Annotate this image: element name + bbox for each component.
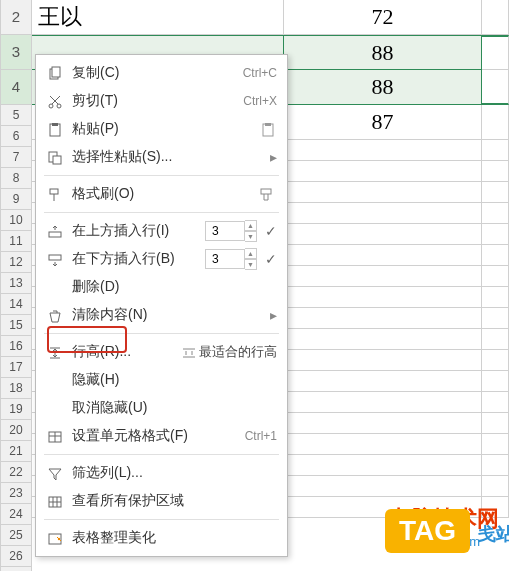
menu-label: 粘贴(P) — [66, 120, 277, 138]
shortcut: Ctrl+1 — [245, 429, 277, 443]
tag-label: TAG — [385, 509, 470, 553]
row-header-4[interactable]: 4 — [0, 70, 32, 105]
row-header-19[interactable]: 19 — [0, 399, 32, 420]
row-header-18[interactable]: 18 — [0, 378, 32, 399]
row-header-21[interactable]: 21 — [0, 441, 32, 462]
svg-rect-9 — [53, 156, 61, 164]
svg-rect-13 — [49, 255, 61, 260]
menu-row-height[interactable]: 行高(R)... 最适合的行高 — [36, 338, 287, 366]
menu-label: 在上方插入行(I) — [66, 222, 205, 240]
cell[interactable] — [482, 105, 509, 140]
menu-label: 剪切(T) — [66, 92, 243, 110]
menu-paste-special[interactable]: 选择性粘贴(S)... ▸ — [36, 143, 287, 171]
menu-label: 筛选列(L)... — [66, 464, 277, 482]
cell[interactable]: 87 — [284, 105, 482, 140]
menu-filter[interactable]: 筛选列(L)... — [36, 459, 287, 487]
insert-row-above-icon — [44, 222, 66, 239]
cell[interactable] — [482, 70, 509, 105]
stepper[interactable]: ▲▼ — [245, 220, 257, 242]
menu-unhide[interactable]: 取消隐藏(U) — [36, 394, 287, 422]
confirm-icon[interactable]: ✓ — [265, 223, 277, 239]
menu-beautify[interactable]: 表格整理美化 — [36, 524, 287, 552]
format-cells-icon — [44, 427, 66, 444]
insert-above-count[interactable] — [205, 221, 245, 241]
menu-label: 选择性粘贴(S)... — [66, 148, 270, 166]
clear-icon — [44, 306, 66, 323]
menu-copy[interactable]: 复制(C) Ctrl+C — [36, 59, 287, 87]
menu-label: 取消隐藏(U) — [66, 399, 277, 417]
menu-label: 删除(D) — [66, 278, 277, 296]
row-header-5[interactable]: 5 — [0, 105, 32, 126]
row-header-9[interactable]: 9 — [0, 189, 32, 210]
row-header-11[interactable]: 11 — [0, 231, 32, 252]
svg-rect-12 — [49, 232, 61, 237]
filter-icon — [44, 464, 66, 481]
tag-tail: 戋站 — [478, 522, 509, 546]
cell[interactable] — [482, 35, 509, 70]
menu-insert-above[interactable]: 在上方插入行(I) ▲▼ ✓ — [36, 217, 287, 245]
row-header-25[interactable]: 25 — [0, 525, 32, 546]
svg-point-3 — [57, 104, 61, 108]
svg-rect-11 — [261, 189, 271, 194]
beautify-icon — [44, 529, 66, 546]
row-header-7[interactable]: 7 — [0, 147, 32, 168]
menu-format-cells[interactable]: 设置单元格格式(F) Ctrl+1 — [36, 422, 287, 450]
autofit-label[interactable]: 最适合的行高 — [199, 343, 277, 361]
menu-label: 复制(C) — [66, 64, 243, 82]
menu-hide[interactable]: 隐藏(H) — [36, 366, 287, 394]
svg-rect-5 — [52, 123, 58, 126]
row-header-8[interactable]: 8 — [0, 168, 32, 189]
svg-rect-7 — [265, 123, 271, 126]
menu-label: 格式刷(O) — [66, 185, 134, 203]
row-header-14[interactable]: 14 — [0, 294, 32, 315]
menu-insert-below[interactable]: 在下方插入行(B) ▲▼ ✓ — [36, 245, 287, 273]
menu-cut[interactable]: 剪切(T) Ctrl+X — [36, 87, 287, 115]
row-header-16[interactable]: 16 — [0, 336, 32, 357]
row-height-icon — [44, 343, 66, 360]
brush-icon[interactable] — [257, 185, 277, 202]
menu-label: 清除内容(N) — [66, 306, 270, 324]
stepper[interactable]: ▲▼ — [245, 248, 257, 270]
confirm-icon[interactable]: ✓ — [265, 251, 277, 267]
row-header-13[interactable]: 13 — [0, 273, 32, 294]
row-header-12[interactable]: 12 — [0, 252, 32, 273]
cell[interactable] — [482, 0, 509, 35]
menu-label: 在下方插入行(B) — [66, 250, 205, 268]
menu-clear[interactable]: 清除内容(N) ▸ — [36, 301, 287, 329]
row-header-17[interactable]: 17 — [0, 357, 32, 378]
context-menu: 复制(C) Ctrl+C 剪切(T) Ctrl+X 粘贴(P) 选择性粘贴(S)… — [35, 54, 288, 557]
insert-below-count[interactable] — [205, 249, 245, 269]
cell[interactable]: 王以 — [32, 0, 284, 35]
svg-point-17 — [58, 537, 60, 539]
row-header-27[interactable]: 27 — [0, 567, 32, 571]
separator — [44, 333, 279, 334]
row-header-2[interactable]: 2 — [0, 0, 32, 35]
cell[interactable]: 88 — [284, 70, 482, 105]
paste-icon — [44, 120, 66, 137]
menu-paste[interactable]: 粘贴(P) — [36, 115, 287, 143]
cell[interactable]: 72 — [284, 0, 482, 35]
row-header-10[interactable]: 10 — [0, 210, 32, 231]
row-header-22[interactable]: 22 — [0, 462, 32, 483]
menu-delete[interactable]: 删除(D) — [36, 273, 287, 301]
row-header-3[interactable]: 3 — [0, 35, 32, 70]
row-header-26[interactable]: 26 — [0, 546, 32, 567]
menu-label: 设置单元格格式(F) — [66, 427, 245, 445]
cell[interactable]: 88 — [284, 35, 482, 70]
svg-rect-10 — [50, 189, 58, 194]
autofit-icon[interactable] — [179, 343, 199, 360]
menu-protection[interactable]: 查看所有保护区域 — [36, 487, 287, 515]
paste-options-icon[interactable] — [261, 120, 277, 137]
row-header-20[interactable]: 20 — [0, 420, 32, 441]
cut-icon — [44, 92, 66, 109]
table-row: 王以 72 — [32, 0, 509, 35]
row-header-23[interactable]: 23 — [0, 483, 32, 504]
protection-icon — [44, 492, 66, 509]
row-header-6[interactable]: 6 — [0, 126, 32, 147]
menu-label: 行高(R)... — [66, 343, 131, 361]
row-header-24[interactable]: 24 — [0, 504, 32, 525]
submenu-arrow-icon: ▸ — [270, 149, 277, 165]
row-header-15[interactable]: 15 — [0, 315, 32, 336]
menu-label: 查看所有保护区域 — [66, 492, 277, 510]
menu-format-painter[interactable]: 格式刷(O) — [36, 180, 287, 208]
